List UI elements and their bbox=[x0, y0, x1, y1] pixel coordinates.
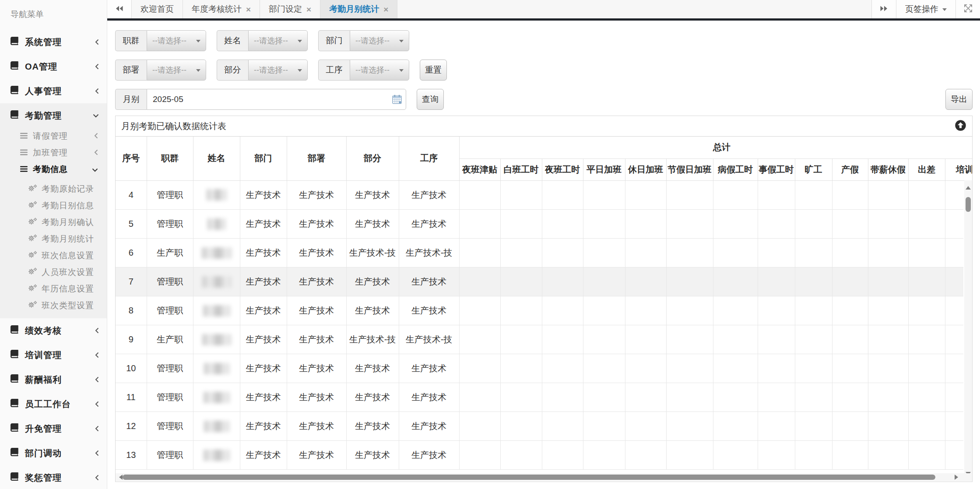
table-row[interactable]: 6生产职生产技术生产技术生产技术-技生产技术-技 bbox=[116, 239, 963, 267]
column-header[interactable]: 夜班工时 bbox=[542, 158, 583, 180]
column-header[interactable]: 部署 bbox=[287, 137, 346, 180]
section-cell: 生产技术-技 bbox=[346, 325, 399, 354]
fullscreen-button[interactable] bbox=[955, 0, 980, 18]
stat-cell bbox=[758, 267, 795, 296]
filter-combo-select[interactable]: --请选择-- bbox=[350, 30, 409, 51]
name-cell bbox=[193, 181, 240, 210]
sidebar-subitem[interactable]: 加班管理 bbox=[0, 144, 107, 161]
stat-cell bbox=[795, 296, 832, 325]
sidebar-item[interactable]: 员工工作台 bbox=[0, 392, 107, 416]
stat-cell bbox=[945, 210, 963, 239]
sidebar-leaf-item[interactable]: 人员班次设置 bbox=[0, 264, 107, 281]
filter-combo-select[interactable]: --请选择-- bbox=[248, 30, 308, 51]
sidebar-leaf-item[interactable]: 班次类型设置 bbox=[0, 297, 107, 314]
column-header[interactable]: 夜班津贴 bbox=[459, 158, 500, 180]
tabs-scroll-left-button[interactable] bbox=[107, 0, 132, 18]
tab[interactable]: 考勤月别统计× bbox=[320, 0, 397, 18]
table-row[interactable]: 13管理职生产技术生产技术生产技术生产技术 bbox=[116, 441, 963, 470]
column-header[interactable]: 旷工 bbox=[795, 158, 832, 180]
month-input[interactable] bbox=[147, 95, 406, 104]
column-header[interactable]: 职群 bbox=[147, 137, 193, 180]
horizontal-scrollbar-thumb[interactable] bbox=[123, 475, 935, 480]
horizontal-scrollbar[interactable] bbox=[116, 473, 964, 481]
sidebar-item[interactable]: 培训管理 bbox=[0, 343, 107, 367]
sidebar-item[interactable]: 升免管理 bbox=[0, 416, 107, 441]
filter-combo-select[interactable]: --请选择-- bbox=[147, 30, 206, 51]
column-header[interactable]: 部门 bbox=[240, 137, 287, 180]
sidebar-item[interactable]: 薪酬福利 bbox=[0, 367, 107, 392]
column-header[interactable]: 工序 bbox=[399, 137, 459, 180]
department-cell: 生产技术 bbox=[240, 239, 287, 267]
reset-button[interactable]: 重置 bbox=[420, 60, 447, 81]
table-row[interactable]: 7管理职生产技术生产技术生产技术生产技术 bbox=[116, 267, 963, 296]
sidebar-item-label: 员工工作台 bbox=[25, 398, 89, 410]
filter-combo: 部门--请选择-- bbox=[318, 30, 409, 51]
sidebar-item[interactable]: 绩效考核 bbox=[0, 318, 107, 343]
column-header[interactable]: 产假 bbox=[832, 158, 868, 180]
filter-combo-select[interactable]: --请选择-- bbox=[147, 60, 206, 81]
column-header[interactable]: 序号 bbox=[116, 137, 147, 180]
sidebar-item[interactable]: 考勤管理 bbox=[0, 103, 107, 128]
export-button[interactable]: 导出 bbox=[945, 89, 973, 110]
sidebar-leaf-item[interactable]: 考勤原始记录 bbox=[0, 181, 107, 197]
column-header[interactable]: 部分 bbox=[346, 137, 399, 180]
table-row[interactable]: 5管理职生产技术生产技术生产技术生产技术 bbox=[116, 210, 963, 239]
section-cell: 生产技术 bbox=[346, 181, 399, 210]
sidebar-item[interactable]: 部门调动 bbox=[0, 441, 107, 465]
column-header[interactable]: 姓名 bbox=[193, 137, 240, 180]
table-row[interactable]: 4管理职生产技术生产技术生产技术生产技术 bbox=[116, 181, 963, 210]
filter-combo-select[interactable]: --请选择-- bbox=[248, 60, 308, 81]
sidebar-leaf-item[interactable]: 年历信息设置 bbox=[0, 281, 107, 297]
tab-close-icon[interactable]: × bbox=[383, 5, 388, 14]
sidebar-subitem[interactable]: 请假管理 bbox=[0, 128, 107, 144]
calendar-icon[interactable] bbox=[392, 95, 402, 106]
row-index-cell: 9 bbox=[116, 325, 147, 354]
scroll-right-arrow-icon[interactable] bbox=[955, 475, 961, 480]
filter-combo-select[interactable]: --请选择-- bbox=[350, 60, 409, 81]
tab-operations-dropdown[interactable]: 页签操作 bbox=[896, 0, 955, 18]
column-header[interactable]: 带薪休假 bbox=[868, 158, 908, 180]
table-row[interactable]: 9生产职生产技术生产技术生产技术-技生产技术-技 bbox=[116, 325, 963, 354]
name-cell bbox=[193, 354, 240, 383]
sidebar-item[interactable]: 人事管理 bbox=[0, 79, 107, 103]
sidebar-leaf-item[interactable]: 考勤日别信息 bbox=[0, 197, 107, 214]
query-button[interactable]: 查询 bbox=[417, 89, 444, 110]
sidebar-item[interactable]: OA管理 bbox=[0, 54, 107, 79]
tab[interactable]: 年度考核统计× bbox=[183, 0, 260, 18]
table-row[interactable]: 11管理职生产技术生产技术生产技术生产技术 bbox=[116, 383, 963, 412]
sidebar-item[interactable]: 系统管理 bbox=[0, 30, 107, 54]
collapse-panel-button[interactable] bbox=[955, 120, 966, 133]
vertical-scrollbar[interactable] bbox=[964, 180, 972, 481]
column-header[interactable]: 休日加班 bbox=[625, 158, 666, 180]
tab-close-icon[interactable]: × bbox=[246, 5, 251, 14]
scroll-up-arrow-icon[interactable] bbox=[966, 183, 971, 190]
stat-cell bbox=[583, 354, 625, 383]
column-header[interactable]: 出差 bbox=[908, 158, 945, 180]
stat-cell bbox=[713, 441, 758, 470]
book-icon bbox=[11, 399, 19, 409]
tab-close-icon[interactable]: × bbox=[306, 5, 311, 14]
sidebar-leaf-item[interactable]: 班次信息设置 bbox=[0, 247, 107, 264]
sidebar-leaf-item[interactable]: 考勤月别确认 bbox=[0, 214, 107, 231]
tab[interactable]: 部门设定× bbox=[260, 0, 320, 18]
scroll-left-arrow-icon[interactable] bbox=[116, 475, 123, 480]
vertical-scrollbar-thumb[interactable] bbox=[966, 197, 971, 212]
sidebar-leaf-item[interactable]: 考勤月别统计 bbox=[0, 231, 107, 247]
column-header[interactable]: 节假日加班 bbox=[666, 158, 713, 180]
column-header[interactable]: 事假工时 bbox=[758, 158, 795, 180]
table-row[interactable]: 12管理职生产技术生产技术生产技术生产技术 bbox=[116, 412, 963, 441]
section-cell: 生产技术 bbox=[346, 210, 399, 239]
sidebar-subitem[interactable]: 考勤信息 bbox=[0, 161, 107, 178]
tabs-scroll-right-button[interactable] bbox=[871, 0, 896, 18]
column-header[interactable]: 培训 bbox=[945, 158, 972, 180]
column-header[interactable]: 白班工时 bbox=[500, 158, 542, 180]
table-row[interactable]: 10管理职生产技术生产技术生产技术生产技术 bbox=[116, 354, 963, 383]
tab[interactable]: 欢迎首页 bbox=[132, 0, 183, 18]
sidebar-item[interactable]: 奖惩管理 bbox=[0, 465, 107, 489]
column-header[interactable]: 平日加班 bbox=[583, 158, 625, 180]
sidebar-leaf-label: 考勤日别信息 bbox=[42, 200, 94, 211]
table-row[interactable]: 8管理职生产技术生产技术生产技术生产技术 bbox=[116, 296, 963, 325]
sidebar-subitem-label: 加班管理 bbox=[33, 147, 89, 158]
tab-bar: 欢迎首页年度考核统计×部门设定×考勤月别统计× 页签操作 bbox=[107, 0, 980, 18]
column-header[interactable]: 病假工时 bbox=[713, 158, 758, 180]
